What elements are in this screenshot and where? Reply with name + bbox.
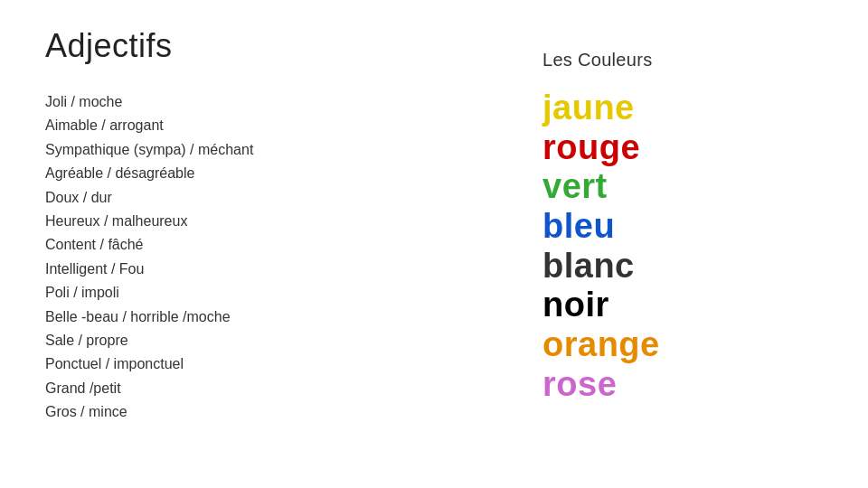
adjective-item: Intelligent / Fou <box>45 258 407 281</box>
adjective-item: Sympathique (sympa) / méchant <box>45 138 407 162</box>
color-word-orange: orange <box>542 325 796 365</box>
adjective-item: Poli / impoli <box>45 281 407 305</box>
adjectives-column: Joli / mocheAimable / arrogantSympathiqu… <box>45 90 407 424</box>
color-word-noir: noir <box>542 286 796 325</box>
color-list: jaunerougevertbleublancnoirorangerose <box>542 89 796 405</box>
adjective-item: Sale / propre <box>45 329 407 352</box>
colors-section-title: Les Couleurs <box>542 50 796 70</box>
color-word-vert: vert <box>542 167 796 207</box>
page: Adjectifs Joli / mocheAimable / arrogant… <box>0 0 868 488</box>
color-word-jaune: jaune <box>542 89 796 128</box>
adjective-item: Joli / moche <box>45 90 407 114</box>
adjective-item: Belle -beau / horrible /moche <box>45 305 407 329</box>
color-word-blanc: blanc <box>542 247 796 286</box>
adjective-item: Grand /petit <box>45 377 407 400</box>
adjective-item: Ponctuel / imponctuel <box>45 352 407 376</box>
color-word-rose: rose <box>542 365 796 405</box>
color-word-bleu: bleu <box>542 207 796 247</box>
adjective-item: Doux / dur <box>45 186 407 210</box>
adjective-item: Aimable / arrogant <box>45 114 407 137</box>
adjective-item: Gros / mince <box>45 400 407 424</box>
adjective-item: Heureux / malheureux <box>45 210 407 233</box>
adjective-item: Content / fâché <box>45 233 407 257</box>
color-word-rouge: rouge <box>542 128 796 168</box>
colors-column: Les Couleurs jaunerougevertbleublancnoir… <box>542 50 796 405</box>
adjective-item: Agréable / désagréable <box>45 162 407 185</box>
